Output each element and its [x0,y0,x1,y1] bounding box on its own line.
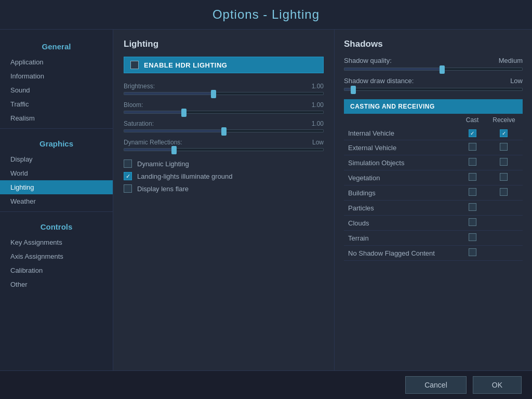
saturation-thumb[interactable] [221,127,227,136]
sidebar-item-weather[interactable]: Weather [0,194,113,208]
cast-cell[interactable] [459,246,485,261]
cast-cell[interactable] [459,216,485,231]
sidebar-item-other[interactable]: Other [0,277,113,291]
cancel-button[interactable]: Cancel [405,376,467,394]
brightness-fill [124,92,214,95]
receive-checkbox[interactable] [500,158,508,166]
dynamic-lighting-checkbox[interactable] [124,159,132,168]
sidebar-item-axis-assignments[interactable]: Axis Assignments [0,249,113,263]
cast-cell[interactable] [459,201,485,216]
bloom-label: Bloom: [124,101,143,109]
row-label: Vegetation [344,170,459,185]
dynamic-lighting-row[interactable]: Dynamic Lighting [124,159,324,168]
sidebar-general-title: General [0,35,113,55]
saturation-track[interactable] [124,129,324,132]
receive-cell[interactable] [485,231,523,246]
shadow-quality-value: Medium [499,57,523,64]
receive-checkbox[interactable] [500,188,508,196]
lens-flare-checkbox[interactable] [124,184,132,193]
cast-checkbox[interactable] [469,173,476,181]
hdr-checkbox[interactable] [130,61,139,69]
receive-checkbox[interactable] [500,143,508,151]
landing-lights-check-icon: ✓ [126,174,130,179]
receive-cell[interactable] [485,201,523,216]
reflections-row: Dynamic Reflections: Low [124,139,324,146]
cast-checkbox[interactable] [469,218,476,226]
brightness-thumb[interactable] [211,90,216,98]
cast-cell[interactable] [459,140,485,155]
cast-checkbox[interactable] [469,203,476,211]
sidebar-item-traffic[interactable]: Traffic [0,97,113,111]
bloom-thumb[interactable] [181,109,187,117]
sidebar-item-information[interactable]: Information [0,69,113,83]
shadow-quality-track[interactable] [344,68,523,71]
cast-cell[interactable] [459,185,485,201]
col-header-cast: Cast [459,114,485,126]
cast-checkbox[interactable] [469,188,476,196]
reflections-track[interactable] [124,148,324,151]
bloom-track[interactable] [124,111,324,114]
right-panel: Shadows Shadow quality: Medium Shadow dr… [335,30,532,370]
shadow-quality-row: Shadow quality: Medium [344,57,523,64]
sidebar-controls-title: Controls [0,215,113,235]
shadow-quality-thumb[interactable] [440,65,445,74]
receive-cell[interactable] [485,155,523,170]
hdr-button[interactable]: ENABLE HDR LIGHTING [124,57,324,73]
saturation-value: 1.00 [312,120,324,127]
col-header-receive: Receive [485,114,523,126]
reflections-fill [124,149,174,151]
cast-check-icon: ✓ [470,130,474,136]
cast-checkbox[interactable] [469,158,476,166]
cast-checkbox[interactable] [469,143,476,151]
shadow-draw-thumb[interactable] [351,86,356,94]
sidebar-item-realism[interactable]: Realism [0,111,113,125]
receive-cell[interactable] [485,170,523,185]
sidebar-item-sound[interactable]: Sound [0,83,113,97]
cast-cell[interactable] [459,155,485,170]
table-row: Internal Vehicle✓✓ [344,126,523,140]
row-label: Clouds [344,216,459,231]
cast-cell[interactable]: ✓ [459,126,485,140]
receive-check-icon: ✓ [502,130,506,136]
lighting-panel-title: Lighting [124,39,324,49]
receive-cell[interactable] [485,216,523,231]
landing-lights-checkbox[interactable]: ✓ [124,172,132,180]
cast-checkbox[interactable] [469,233,476,241]
saturation-fill [124,130,224,132]
bloom-slider-row: Bloom: 1.00 [124,101,324,114]
sidebar-item-world[interactable]: World [0,166,113,180]
receive-checkbox[interactable] [500,173,508,181]
sidebar-item-calibration[interactable]: Calibration [0,263,113,277]
reflections-thumb[interactable] [171,146,177,154]
cast-cell[interactable] [459,170,485,185]
sidebar-divider-1 [0,128,113,129]
landing-lights-row[interactable]: ✓ Landing-lights illuminate ground [124,172,324,180]
saturation-slider-row: Saturation: 1.00 [124,120,324,132]
table-row: Buildings [344,185,523,201]
bloom-value: 1.00 [312,101,324,109]
table-row: Vegetation [344,170,523,185]
table-row: Simulation Objects [344,155,523,170]
cast-checkbox[interactable] [469,248,476,256]
brightness-track[interactable] [124,92,324,95]
receive-cell[interactable] [485,140,523,155]
receive-checkbox[interactable]: ✓ [500,129,508,137]
lens-flare-label: Display lens flare [137,185,189,193]
hdr-label: ENABLE HDR LIGHTING [144,61,227,69]
sidebar-item-key-assignments[interactable]: Key Assignments [0,235,113,249]
receive-cell[interactable] [485,246,523,261]
main-content: General Application Information Sound Tr… [0,30,532,370]
receive-cell[interactable]: ✓ [485,126,523,140]
lens-flare-row[interactable]: Display lens flare [124,184,324,193]
cast-cell[interactable] [459,231,485,246]
row-label: No Shadow Flagged Content [344,246,459,261]
sidebar-item-lighting[interactable]: Lighting [0,180,113,194]
shadow-draw-track[interactable] [344,88,523,91]
receive-cell[interactable] [485,185,523,201]
sidebar-item-display[interactable]: Display [0,152,113,166]
sidebar-item-application[interactable]: Application [0,55,113,69]
shadows-title: Shadows [344,39,523,49]
reflections-label: Dynamic Reflections: [124,139,182,146]
ok-button[interactable]: OK [473,376,522,394]
cast-checkbox[interactable]: ✓ [469,129,476,137]
